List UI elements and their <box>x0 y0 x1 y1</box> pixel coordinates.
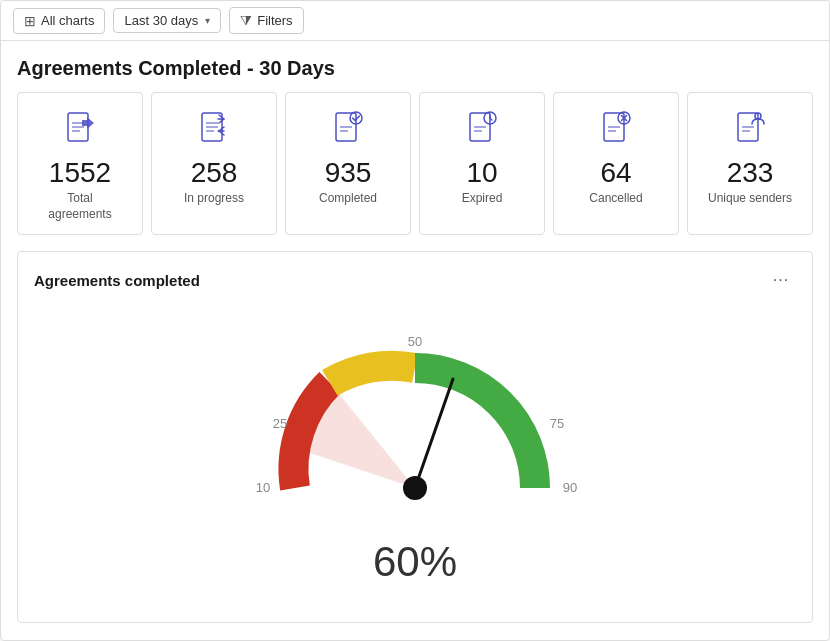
stat-card-cancelled: 64 Cancelled <box>553 92 679 235</box>
stat-card-in-progress: 258 In progress <box>151 92 277 235</box>
check-doc-icon <box>328 109 368 149</box>
date-range-button[interactable]: Last 30 days ▾ <box>113 8 221 33</box>
date-range-label: Last 30 days <box>124 13 198 28</box>
chart-title: Agreements completed <box>34 272 200 289</box>
stat-label-unique-senders: Unique senders <box>708 191 792 207</box>
chart-menu-button[interactable]: ··· <box>766 268 796 292</box>
stat-card-unique-senders: 233 Unique senders <box>687 92 813 235</box>
filters-button[interactable]: ⧩ Filters <box>229 7 303 34</box>
stats-row: 1552 Totalagreements 258 In progres <box>1 92 829 251</box>
stat-number-unique-senders: 233 <box>727 159 774 187</box>
stat-number-in-progress: 258 <box>191 159 238 187</box>
stat-label-in-progress: In progress <box>184 191 244 207</box>
filter-icon: ⧩ <box>240 12 252 29</box>
chart-header: Agreements completed ··· <box>34 268 796 292</box>
stat-number-expired: 10 <box>466 159 497 187</box>
person-doc-icon <box>730 109 770 149</box>
svg-text:25: 25 <box>273 416 287 431</box>
svg-text:75: 75 <box>550 416 564 431</box>
page-title-bar: Agreements Completed - 30 Days <box>1 41 829 92</box>
stat-card-expired: 10 Expired <box>419 92 545 235</box>
toolbar: ⊞ All charts Last 30 days ▾ ⧩ Filters <box>1 1 829 41</box>
gauge-svg: 10 25 50 75 90 <box>225 318 605 548</box>
gauge-container: 10 25 50 75 90 <box>34 308 796 606</box>
stat-label-expired: Expired <box>462 191 503 207</box>
stat-label-completed: Completed <box>319 191 377 207</box>
stat-card-total-agreements: 1552 Totalagreements <box>17 92 143 235</box>
stat-label-total: Totalagreements <box>48 191 111 222</box>
stat-label-cancelled: Cancelled <box>589 191 642 207</box>
stat-number-completed: 935 <box>325 159 372 187</box>
main-container: ⊞ All charts Last 30 days ▾ ⧩ Filters Ag… <box>0 0 830 641</box>
chevron-down-icon: ▾ <box>205 15 210 26</box>
svg-line-32 <box>415 379 453 488</box>
stat-card-completed: 935 Completed <box>285 92 411 235</box>
grid-icon: ⊞ <box>24 13 36 29</box>
arrows-doc-icon <box>194 109 234 149</box>
svg-text:10: 10 <box>256 480 270 495</box>
send-doc-icon <box>60 109 100 149</box>
stat-number-total: 1552 <box>49 159 111 187</box>
svg-point-33 <box>403 476 427 500</box>
clock-doc-icon <box>462 109 502 149</box>
filters-label: Filters <box>257 13 292 28</box>
svg-text:90: 90 <box>563 480 577 495</box>
all-charts-label: All charts <box>41 13 94 28</box>
page-title: Agreements Completed - 30 Days <box>17 57 813 80</box>
all-charts-button[interactable]: ⊞ All charts <box>13 8 105 34</box>
svg-text:50: 50 <box>408 334 422 349</box>
stat-number-cancelled: 64 <box>600 159 631 187</box>
x-doc-icon <box>596 109 636 149</box>
chart-section: Agreements completed ··· <box>17 251 813 623</box>
